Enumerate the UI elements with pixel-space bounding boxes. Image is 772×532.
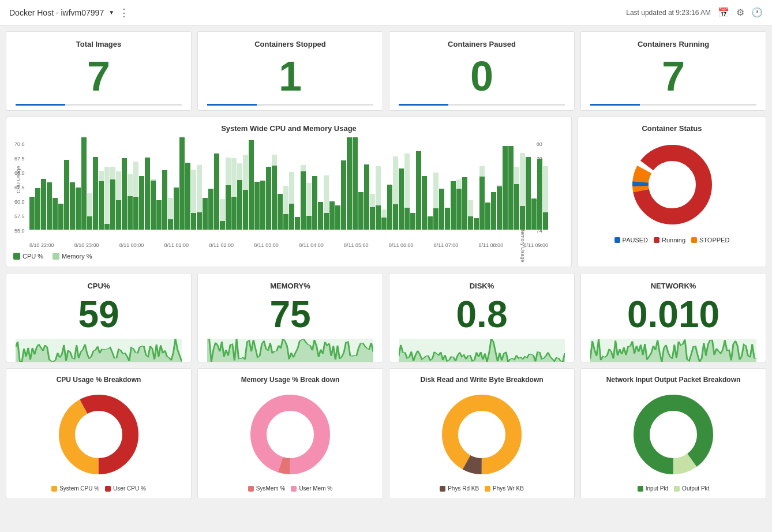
donut-hole-cpu-breakdown xyxy=(77,413,121,456)
bar-group xyxy=(318,137,323,230)
bar-group xyxy=(133,137,138,230)
bar-group xyxy=(87,137,92,230)
cpu-bar xyxy=(70,182,75,230)
metric-sparkline-memory-pct xyxy=(207,339,373,362)
legend-color-dot xyxy=(638,486,643,492)
cpu-bar xyxy=(231,197,237,230)
bar-group xyxy=(116,137,121,230)
bar-group xyxy=(364,137,369,230)
legend-color-dot xyxy=(105,486,111,492)
cpu-bar xyxy=(347,137,352,230)
bar-group xyxy=(272,137,277,230)
bar-group xyxy=(76,137,81,230)
cpu-bar xyxy=(29,197,35,230)
metric-value-cpu-pct: 59 xyxy=(16,296,182,333)
bar-group xyxy=(289,137,294,230)
stopped-label: STOPPED xyxy=(699,237,729,243)
metric-value-memory-pct: 75 xyxy=(207,296,373,333)
cpu-bar xyxy=(462,177,467,230)
breakdown-legend-label: Phys Wr KB xyxy=(493,485,524,492)
cpu-bar xyxy=(428,216,433,230)
legend-color-dot xyxy=(248,486,254,492)
cpu-bar xyxy=(399,168,404,230)
cpu-bar xyxy=(479,177,485,230)
bar-group xyxy=(381,137,387,230)
metric-sparkline-disk-pct xyxy=(399,339,565,362)
paused-label: PAUSED xyxy=(623,237,648,243)
bar-group xyxy=(99,137,104,230)
breakdown-legend-network-breakdown: Input Pkt Output Pkt xyxy=(638,485,710,492)
more-options-icon[interactable]: ⋮ xyxy=(119,6,130,19)
bar-group xyxy=(278,137,283,230)
cpu-bar xyxy=(185,163,190,230)
settings-icon[interactable]: ⚙ xyxy=(736,7,744,18)
refresh-icon[interactable]: 🕐 xyxy=(751,7,763,18)
bar-group xyxy=(254,137,260,230)
calendar-icon[interactable]: 📅 xyxy=(718,7,729,18)
bar-group xyxy=(185,137,190,230)
bar-group xyxy=(451,137,456,230)
cpu-bar xyxy=(237,180,242,230)
bar-group xyxy=(353,137,358,230)
cpu-bar xyxy=(104,224,110,230)
bar-group xyxy=(537,137,542,230)
memory-bar xyxy=(104,167,110,230)
breakdown-svg-memory-breakdown xyxy=(244,388,336,481)
stat-cards-row: Total Images 7 Containers Stopped 1 Cont… xyxy=(6,31,766,111)
breakdown-svg-network-breakdown xyxy=(627,388,719,481)
bar-group xyxy=(474,137,479,230)
x-axis-label: 8/11 01:00 xyxy=(164,242,189,248)
bar-group xyxy=(531,137,537,230)
cpu-bar xyxy=(318,202,323,230)
bar-group xyxy=(237,137,242,230)
breakdown-legend-disk-breakdown: Phys Rd KB Phys Wr KB xyxy=(440,485,524,492)
cpu-bar xyxy=(203,198,208,230)
bar-group xyxy=(139,137,144,230)
title-dropdown-icon[interactable]: ▼ xyxy=(108,9,114,16)
bar-group xyxy=(514,137,519,230)
x-axis-label: 8/10 23:00 xyxy=(74,242,99,248)
metric-value-network-pct: 0.010 xyxy=(590,296,756,333)
bar-chart-container xyxy=(29,137,548,230)
bar-group xyxy=(416,137,421,230)
bar-group xyxy=(433,137,439,230)
cpu-bar xyxy=(508,146,514,230)
bar-group xyxy=(104,137,110,230)
bar-group xyxy=(428,137,433,230)
legend-color-dot xyxy=(291,486,297,492)
breakdown-title-disk-breakdown: Disk Read and Write Byte Breakdown xyxy=(420,376,543,384)
cpu-bar xyxy=(64,160,69,230)
cpu-bar xyxy=(191,213,196,230)
bar-group xyxy=(179,137,185,230)
cpu-bar xyxy=(306,216,312,230)
bar-group xyxy=(110,137,115,230)
running-dot xyxy=(654,237,659,243)
bar-group xyxy=(174,137,179,230)
bar-group xyxy=(249,137,254,230)
cpu-bar xyxy=(491,192,496,230)
sparkline-svg-disk-pct xyxy=(399,339,565,362)
cpu-bar xyxy=(329,201,335,230)
cpu-bar xyxy=(537,159,542,230)
cpu-bar xyxy=(531,198,537,230)
stat-title-containers-stopped: Containers Stopped xyxy=(207,40,373,48)
svg-text:55.0: 55.0 xyxy=(14,228,25,234)
x-axis-label: 8/11 09:00 xyxy=(523,242,548,248)
bar-group xyxy=(203,137,208,230)
cpu-bar xyxy=(116,200,121,230)
breakdown-legend-memory-breakdown: SysMem % User Mem % xyxy=(248,485,332,492)
breakdown-legend-label: Input Pkt xyxy=(646,485,668,492)
x-axis-label: 8/10 22:00 xyxy=(29,242,54,248)
bar-group xyxy=(243,137,248,230)
cpu-bar xyxy=(526,157,531,230)
cpu-bar xyxy=(376,205,381,230)
bar-group xyxy=(295,137,300,230)
cpu-bar xyxy=(341,160,346,230)
stat-title-containers-running: Containers Running xyxy=(590,40,756,48)
cpu-bar xyxy=(122,158,127,230)
cpu-bar xyxy=(410,213,415,230)
sparkline-svg-memory-pct xyxy=(207,339,373,362)
stat-bar-total-images xyxy=(16,104,182,106)
breakdown-svg-disk-breakdown xyxy=(436,388,528,481)
breakdown-card-cpu-breakdown: CPU Usage % Breakdown System CPU % User … xyxy=(6,368,192,499)
